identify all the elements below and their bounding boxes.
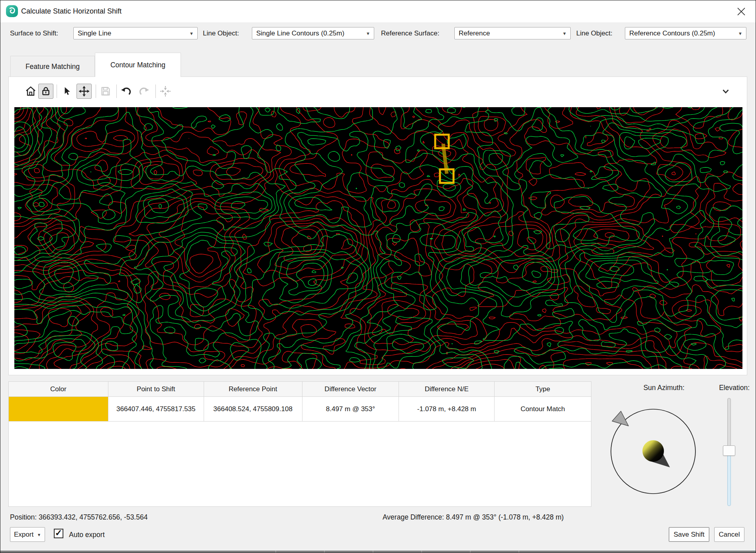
auto-export-label: Auto export bbox=[69, 531, 105, 539]
reference-surface-select[interactable]: Reference▼ bbox=[454, 27, 571, 39]
sun-azimuth-dial[interactable] bbox=[609, 408, 698, 496]
match-results-table: Color Point to Shift Reference Point Dif… bbox=[8, 381, 591, 507]
tab-contour-matching[interactable]: Contour Matching bbox=[95, 53, 181, 77]
toolbar-separator bbox=[116, 84, 117, 98]
converge-arrows-icon bbox=[159, 85, 171, 97]
export-button[interactable]: Export ▼ bbox=[10, 527, 45, 542]
average-difference-readout: Average Difference: 8.497 m @ 353° (-1.0… bbox=[383, 513, 564, 522]
column-header-type: Type bbox=[495, 382, 591, 396]
undo-icon bbox=[120, 85, 132, 97]
select-cursor-button[interactable] bbox=[59, 84, 75, 99]
home-button[interactable] bbox=[23, 84, 38, 99]
app-icon bbox=[6, 5, 18, 17]
column-header-difference-ne: Difference N/E bbox=[399, 382, 495, 396]
difference-ne-cell[interactable]: -1.078 m, +8.428 m bbox=[399, 397, 495, 421]
column-header-color: Color bbox=[9, 382, 108, 396]
position-readout: Position: 366393.432, 4755762.656, -53.5… bbox=[10, 513, 147, 522]
pan-button[interactable] bbox=[77, 84, 92, 99]
reference-surface-label: Reference Surface: bbox=[381, 29, 439, 37]
redo-icon bbox=[138, 85, 150, 97]
dropdown-caret-icon: ▼ bbox=[738, 31, 742, 36]
auto-export-checkbox[interactable]: ✓ bbox=[54, 529, 63, 538]
background-window-edge bbox=[0, 551, 756, 553]
toolbar-separator bbox=[57, 84, 57, 98]
table-header-row: Color Point to Shift Reference Point Dif… bbox=[9, 382, 591, 397]
converge-points-button[interactable] bbox=[158, 84, 173, 99]
toolbar-separator bbox=[96, 84, 96, 98]
dialog-calculate-static-horizontal-shift: Calculate Static Horizontal Shift Surfac… bbox=[0, 0, 756, 553]
undo-button[interactable] bbox=[119, 84, 134, 99]
tab-feature-matching[interactable]: Feature Matching bbox=[10, 56, 95, 77]
surface-to-shift-label: Surface to Shift: bbox=[10, 29, 58, 37]
azimuth-arrow-handle[interactable] bbox=[612, 411, 628, 426]
column-header-difference-vector: Difference Vector bbox=[302, 382, 399, 396]
checkmark-icon: ✓ bbox=[55, 529, 62, 537]
dropdown-caret-icon: ▼ bbox=[562, 31, 567, 36]
contour-map-view[interactable] bbox=[14, 107, 742, 369]
toolbar-separator bbox=[155, 84, 156, 98]
surface-to-shift-select[interactable]: Single Line▼ bbox=[73, 27, 198, 39]
column-header-point-to-shift: Point to Shift bbox=[108, 382, 204, 396]
home-icon bbox=[25, 85, 37, 97]
reference-point-cell[interactable]: 366408.524, 4755809.108 bbox=[204, 397, 302, 421]
elevation-label: Elevation: bbox=[706, 384, 750, 392]
save-shift-button[interactable]: Save Shift bbox=[669, 527, 709, 542]
redo-button[interactable] bbox=[136, 84, 151, 99]
line-object-2-select[interactable]: Reference Contours (0.25m)▼ bbox=[625, 27, 746, 39]
point-to-shift-cell[interactable]: 366407.446, 4755817.535 bbox=[108, 397, 204, 421]
sun-cone-indicator bbox=[642, 440, 670, 467]
difference-vector-cell[interactable]: 8.497 m @ 353° bbox=[302, 397, 399, 421]
column-header-reference-point: Reference Point bbox=[204, 382, 302, 396]
type-cell[interactable]: Contour Match bbox=[495, 397, 591, 421]
dropdown-caret-icon: ▼ bbox=[37, 533, 41, 537]
move-icon bbox=[78, 85, 90, 97]
elevation-slider-thumb[interactable] bbox=[723, 445, 735, 456]
toolbar-expand-chevron-icon[interactable] bbox=[718, 84, 734, 98]
dropdown-caret-icon: ▼ bbox=[189, 31, 194, 36]
title-bar: Calculate Static Horizontal Shift bbox=[0, 0, 756, 22]
elevation-slider-track-lower[interactable] bbox=[727, 455, 731, 506]
lock-button[interactable] bbox=[38, 84, 53, 99]
save-icon bbox=[100, 86, 111, 97]
line-object-1-select[interactable]: Single Line Contours (0.25m)▼ bbox=[252, 27, 374, 39]
elevation-slider-track-upper[interactable] bbox=[727, 398, 731, 446]
line-object-1-label: Line Object: bbox=[203, 29, 239, 37]
cancel-button[interactable]: Cancel bbox=[714, 527, 744, 542]
sun-azimuth-label: Sun Azimuth: bbox=[624, 384, 704, 392]
window-title: Calculate Static Horizontal Shift bbox=[21, 0, 122, 22]
dropdown-caret-icon: ▼ bbox=[366, 31, 370, 36]
color-swatch-cell[interactable] bbox=[9, 397, 108, 421]
cursor-icon bbox=[62, 86, 72, 96]
lock-icon bbox=[40, 86, 51, 97]
close-icon[interactable] bbox=[734, 5, 748, 18]
table-row[interactable]: 366407.446, 4755817.535 366408.524, 4755… bbox=[9, 397, 591, 422]
line-object-2-label: Line Object: bbox=[576, 29, 613, 37]
save-view-button[interactable] bbox=[98, 84, 113, 99]
